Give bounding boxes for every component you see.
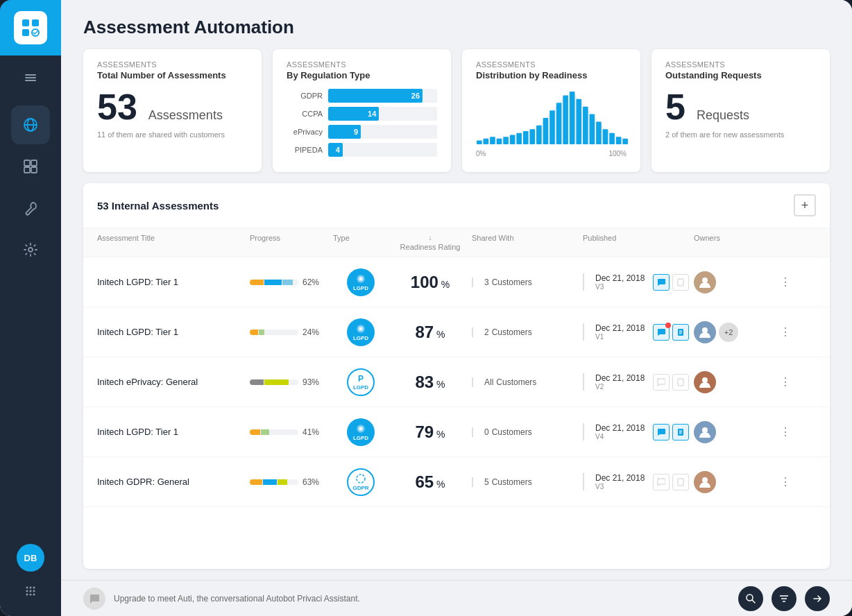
wrench-icon bbox=[23, 200, 38, 216]
owner-avatar bbox=[694, 371, 716, 393]
chat-icon-btn[interactable] bbox=[653, 474, 670, 490]
sidebar-item-tools[interactable] bbox=[11, 189, 50, 228]
bar-track: 4 bbox=[328, 143, 437, 157]
total-assessments-subtext: 11 of them are shared with customers bbox=[97, 130, 248, 139]
grid-dots-icon bbox=[23, 583, 38, 599]
doc-icon bbox=[676, 428, 685, 436]
bar-fill: 14 bbox=[328, 107, 379, 121]
more-options-button[interactable]: ⋮ bbox=[777, 474, 794, 490]
shared-count: 3 bbox=[484, 277, 489, 287]
more-options-button[interactable]: ⋮ bbox=[777, 374, 794, 391]
pub-version: V1 bbox=[595, 333, 645, 341]
type-cell: GDPR bbox=[333, 468, 389, 496]
svg-point-69 bbox=[702, 427, 708, 433]
chat-icon-btn[interactable] bbox=[653, 274, 670, 291]
pub-date-info: Dec 21, 2018 V3 bbox=[595, 273, 645, 291]
svg-rect-71 bbox=[678, 479, 683, 486]
doc-icon-btn[interactable] bbox=[672, 324, 689, 341]
forward-button[interactable] bbox=[805, 586, 830, 611]
chat-icon-btn[interactable] bbox=[653, 374, 670, 391]
pub-date: Dec 21, 2018 bbox=[595, 473, 645, 483]
more-options-button[interactable]: ⋮ bbox=[777, 274, 794, 291]
logo-icon bbox=[19, 17, 42, 39]
distribution-title: Distribution by Readiness bbox=[476, 70, 627, 80]
doc-icon-btn[interactable] bbox=[672, 274, 689, 291]
user-avatar[interactable]: DB bbox=[17, 544, 44, 572]
svg-rect-13 bbox=[31, 167, 37, 173]
svg-rect-41 bbox=[590, 114, 595, 144]
page-header: Assessment Automation bbox=[61, 0, 852, 49]
progress-cell: 63% bbox=[250, 477, 333, 487]
extra-owners-count: +2 bbox=[719, 323, 738, 342]
readiness-cell: 79 % bbox=[389, 422, 472, 442]
doc-icon-btn[interactable] bbox=[672, 374, 689, 391]
readiness-cell: 100 % bbox=[389, 273, 472, 292]
chat-icon bbox=[657, 478, 665, 486]
bar-chart-row: CCPA 14 bbox=[287, 107, 437, 121]
svg-point-70 bbox=[357, 474, 365, 483]
chat-icon-btn[interactable] bbox=[653, 424, 670, 440]
shared-cell: All Customers bbox=[472, 377, 583, 387]
chat-icon-btn[interactable] bbox=[653, 324, 670, 341]
search-button[interactable] bbox=[738, 586, 763, 611]
progress-cell: 24% bbox=[250, 327, 333, 337]
sidebar: DB bbox=[0, 0, 61, 616]
person-icon bbox=[698, 475, 712, 489]
doc-icon-btn[interactable] bbox=[672, 424, 689, 440]
svg-point-61 bbox=[702, 377, 708, 383]
pub-date-info: Dec 21, 2018 V3 bbox=[595, 473, 645, 490]
gdpr-icon bbox=[355, 473, 366, 484]
filter-button[interactable] bbox=[772, 586, 796, 611]
svg-point-19 bbox=[30, 590, 32, 592]
person-icon bbox=[698, 425, 712, 439]
pub-version: V3 bbox=[595, 483, 645, 490]
bar-chart-row: PIPEDA 4 bbox=[287, 143, 437, 157]
apps-grid-button[interactable] bbox=[17, 577, 44, 605]
published-cell: Dec 21, 2018 V4 bbox=[583, 423, 694, 440]
menu-toggle-button[interactable] bbox=[0, 61, 61, 94]
svg-point-17 bbox=[33, 587, 35, 589]
sidebar-item-dashboard[interactable] bbox=[11, 147, 50, 186]
arrow-right-icon bbox=[812, 593, 823, 604]
add-assessment-button[interactable]: + bbox=[794, 194, 816, 216]
svg-point-18 bbox=[26, 590, 28, 592]
svg-rect-40 bbox=[583, 107, 588, 144]
bar-track: 14 bbox=[328, 107, 437, 121]
sidebar-item-settings[interactable] bbox=[11, 230, 50, 269]
progress-cell: 62% bbox=[250, 277, 333, 287]
svg-point-59 bbox=[702, 327, 708, 333]
more-options-button[interactable]: ⋮ bbox=[777, 324, 794, 341]
more-options-button[interactable]: ⋮ bbox=[777, 424, 794, 440]
distribution-axis-labels: 0% 100% bbox=[476, 150, 627, 157]
progress-segment bbox=[264, 280, 282, 285]
svg-point-64 bbox=[359, 427, 362, 430]
readiness-unit: % bbox=[438, 279, 450, 290]
distribution-svg bbox=[476, 89, 629, 144]
published-cell: Dec 21, 2018 V1 bbox=[583, 323, 694, 341]
person-icon bbox=[698, 375, 712, 389]
assessment-row-title: Initech LGPD: Tier 1 bbox=[97, 427, 250, 437]
type-cell: LGPD bbox=[333, 268, 389, 296]
type-label: GDPR bbox=[352, 485, 368, 491]
col-shared: Shared With bbox=[472, 234, 583, 251]
svg-rect-45 bbox=[616, 137, 622, 144]
col-published: Published bbox=[583, 234, 694, 251]
sidebar-item-globe[interactable] bbox=[11, 105, 50, 144]
total-assessments-title: Total Number of Assessments bbox=[97, 70, 248, 80]
svg-point-54 bbox=[359, 327, 362, 330]
lgpd-icon bbox=[355, 323, 366, 334]
doc-icon-btn[interactable] bbox=[672, 474, 689, 490]
col-owners: Owners bbox=[694, 234, 777, 251]
sidebar-bottom: DB bbox=[17, 544, 44, 616]
assessment-row-title: Initech LGPD: Tier 1 bbox=[97, 327, 250, 337]
progress-bar bbox=[250, 280, 298, 285]
svg-rect-43 bbox=[603, 129, 608, 144]
progress-pct: 41% bbox=[303, 427, 319, 437]
svg-point-20 bbox=[33, 590, 35, 592]
sidebar-logo bbox=[0, 0, 61, 55]
owners-cell bbox=[694, 371, 777, 393]
readiness-cell: 65 % bbox=[389, 472, 472, 492]
progress-bar bbox=[250, 479, 298, 485]
published-cell: Dec 21, 2018 V3 bbox=[583, 473, 694, 490]
pub-icons bbox=[653, 474, 689, 490]
